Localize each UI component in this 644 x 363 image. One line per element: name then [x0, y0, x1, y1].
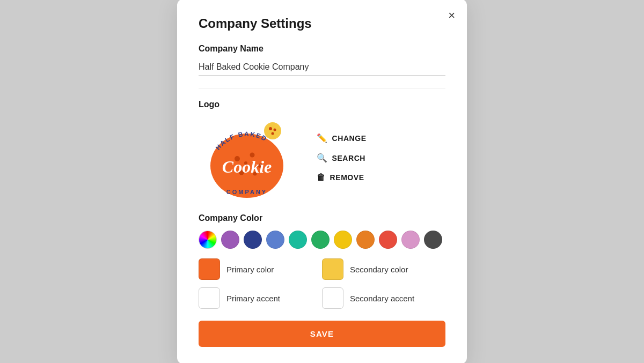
pencil-icon: ✏️: [317, 133, 328, 143]
svg-point-11: [274, 129, 276, 131]
logo-section-label: Logo: [199, 100, 445, 109]
change-logo-button[interactable]: ✏️ CHANGE: [317, 133, 367, 143]
trash-icon: 🗑: [317, 173, 326, 182]
save-button[interactable]: SAVE: [199, 321, 445, 347]
color-swatch-medium-blue[interactable]: [266, 231, 284, 249]
secondary-accent-box[interactable]: [322, 287, 343, 309]
secondary-accent-label: Secondary accent: [350, 294, 414, 303]
company-name-input[interactable]: [199, 59, 445, 76]
search-logo-label: SEARCH: [332, 154, 365, 162]
color-swatch-teal[interactable]: [289, 231, 307, 249]
primary-accent-item: Primary accent: [199, 287, 322, 309]
logo-section: Cookie HALF BAKED: [199, 115, 445, 201]
logo-image-area: Cookie HALF BAKED: [199, 115, 295, 201]
color-picker-row: [199, 231, 445, 249]
company-name-label: Company Name: [199, 44, 445, 54]
primary-accent-box[interactable]: [199, 287, 220, 309]
logo-actions: ✏️ CHANGE 🔍 SEARCH 🗑 REMOVE: [317, 133, 367, 182]
color-labels-row: Primary color Secondary color: [199, 258, 445, 280]
color-swatch-dark-gray[interactable]: [424, 231, 442, 249]
color-swatch-orange[interactable]: [356, 231, 375, 249]
search-logo-button[interactable]: 🔍 SEARCH: [317, 153, 367, 163]
svg-point-12: [272, 132, 274, 135]
company-color-label: Company Color: [199, 213, 445, 223]
secondary-accent-item: Secondary accent: [322, 287, 445, 309]
section-divider: [199, 88, 445, 89]
color-swatch-dark-blue[interactable]: [244, 231, 262, 249]
color-swatch-pink[interactable]: [401, 231, 420, 249]
color-swatch-green[interactable]: [311, 231, 330, 249]
secondary-color-label: Secondary color: [350, 265, 408, 274]
change-logo-label: CHANGE: [332, 134, 367, 143]
svg-text:Cookie: Cookie: [222, 157, 272, 176]
secondary-color-item: Secondary color: [322, 258, 445, 280]
primary-accent-label: Primary accent: [226, 294, 280, 303]
remove-logo-label: REMOVE: [330, 173, 364, 182]
primary-color-label: Primary color: [226, 265, 274, 274]
svg-point-10: [269, 127, 272, 130]
color-swatch-purple[interactable]: [221, 231, 239, 249]
color-swatch-red[interactable]: [379, 231, 397, 249]
color-swatch-yellow[interactable]: [334, 231, 352, 249]
search-icon: 🔍: [317, 153, 328, 163]
company-settings-modal: × Company Settings Company Name Logo: [177, 0, 467, 363]
color-swatch-rainbow[interactable]: [199, 231, 217, 249]
svg-point-9: [264, 122, 281, 139]
close-button[interactable]: ×: [448, 10, 455, 21]
logo-image: Cookie HALF BAKED: [199, 115, 295, 201]
modal-overlay: × Company Settings Company Name Logo: [0, 0, 644, 363]
svg-text:COMPANY: COMPANY: [226, 189, 267, 195]
primary-color-box[interactable]: [199, 258, 220, 280]
secondary-color-box[interactable]: [322, 258, 343, 280]
remove-logo-button[interactable]: 🗑 REMOVE: [317, 173, 367, 182]
modal-title: Company Settings: [199, 16, 445, 31]
color-accent-row: Primary accent Secondary accent: [199, 287, 445, 309]
primary-color-item: Primary color: [199, 258, 322, 280]
